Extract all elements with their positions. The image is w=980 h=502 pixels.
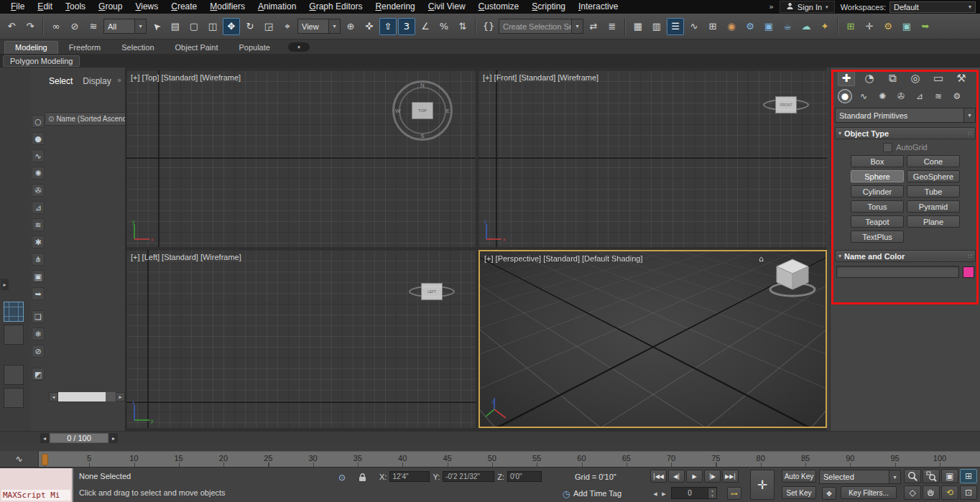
- placement-crosshair-icon[interactable]: ✛: [861, 18, 878, 35]
- viewport-perspective-active[interactable]: [+] [Perspective] [Standard] [Default Sh…: [479, 250, 827, 428]
- textplus-button[interactable]: TextPlus: [851, 231, 904, 243]
- schematic-view-icon[interactable]: ⊞: [704, 18, 721, 35]
- asset-tracking-icon[interactable]: ▣: [898, 18, 915, 35]
- time-slider-track[interactable]: ◂ 0 / 100 ▸: [0, 431, 980, 444]
- plane-button[interactable]: Plane: [907, 215, 960, 228]
- ribbon-tab-selection[interactable]: Selection: [111, 42, 164, 54]
- tube-button[interactable]: Tube: [907, 185, 960, 197]
- preferences-gear-icon[interactable]: ⚙: [879, 18, 897, 35]
- viewport-layout-tab-2[interactable]: [4, 325, 24, 345]
- selection-filter-dropdown[interactable]: All ▾: [103, 19, 147, 34]
- key-nudge-left-icon[interactable]: ◀: [651, 488, 660, 501]
- utilities-tab-icon[interactable]: ⚒: [953, 70, 970, 86]
- viewcube-front[interactable]: FRONT: [761, 89, 811, 121]
- spacewarps-category-icon[interactable]: ≋: [931, 89, 946, 103]
- scrollbar-track[interactable]: [58, 392, 116, 401]
- set-key-button[interactable]: Set Key: [782, 486, 816, 499]
- mini-curve-editor-icon[interactable]: ∿: [15, 454, 22, 464]
- toggle-layer-explorer-icon[interactable]: ▥: [648, 18, 665, 35]
- lights-category-icon[interactable]: ✺: [875, 89, 889, 103]
- viewcube-home-icon[interactable]: ⌂: [759, 254, 764, 264]
- redo-icon[interactable]: ↷: [22, 18, 39, 35]
- percent-snap-icon[interactable]: %: [435, 18, 453, 35]
- undo-icon[interactable]: ↶: [3, 18, 20, 35]
- menu-item[interactable]: Modifiers: [203, 0, 251, 14]
- viewport-label[interactable]: [+] [Front] [Standard] [Wireframe]: [483, 73, 598, 82]
- y-field[interactable]: -0'2 21/32": [443, 471, 494, 482]
- object-color-swatch[interactable]: [963, 266, 974, 278]
- maximize-viewport-toggle-icon[interactable]: ⊡: [960, 485, 977, 500]
- set-keys-big-button[interactable]: ✛: [750, 470, 775, 500]
- compass-rose[interactable]: N S W E TOP: [392, 80, 453, 141]
- autogrid-checkbox[interactable]: [883, 143, 892, 152]
- key-mode-dropdown[interactable]: Selected ▾: [819, 470, 901, 484]
- display-materials-icon[interactable]: ◩: [32, 368, 45, 381]
- material-editor-icon[interactable]: ◉: [723, 18, 740, 35]
- display-cameras-icon[interactable]: ✇: [32, 184, 45, 197]
- zoom-extents-icon[interactable]: ▣: [941, 469, 958, 483]
- primitives-category-dropdown[interactable]: Standard Primitives ▾: [835, 108, 976, 123]
- align-icon[interactable]: ≣: [604, 18, 621, 35]
- viewport-layout-tab-4[interactable]: [4, 388, 24, 408]
- ribbon-tab-freeform[interactable]: Freeform: [59, 42, 111, 54]
- time-slider-button[interactable]: 0 / 100: [50, 433, 108, 443]
- select-and-scale-icon[interactable]: ◲: [260, 18, 277, 35]
- display-spacewarps-icon[interactable]: ≋: [32, 218, 45, 231]
- display-shapes-icon[interactable]: ∿: [32, 149, 45, 162]
- add-time-tag[interactable]: Add Time Tag: [573, 489, 621, 498]
- viewport-front[interactable]: [+] [Front] [Standard] [Wireframe] FRONT…: [479, 70, 827, 247]
- tab-select[interactable]: Select: [49, 76, 73, 86]
- ruler-body[interactable]: 5101520253035404550556065707580859095100: [39, 451, 980, 467]
- bind-to-space-warp-icon[interactable]: ≋: [85, 18, 102, 35]
- menu-item[interactable]: Civil View: [422, 0, 472, 14]
- display-containers-icon[interactable]: ▣: [32, 270, 45, 283]
- previous-frame-button[interactable]: ◀|: [668, 470, 685, 483]
- rendered-frame-window-icon[interactable]: ▣: [760, 18, 777, 35]
- helpers-category-icon[interactable]: ⊿: [912, 89, 927, 103]
- viewport-label[interactable]: [+] [Perspective] [Standard] [Default Sh…: [484, 254, 642, 263]
- menu-item[interactable]: Rendering: [369, 0, 421, 14]
- pyramid-button[interactable]: Pyramid: [907, 200, 960, 213]
- create-tab-icon[interactable]: ✚: [838, 70, 855, 86]
- viewport-left[interactable]: [+] [Left] [Standard] [Wireframe] LEFT z…: [126, 250, 476, 428]
- display-groups-icon[interactable]: ❏: [32, 310, 45, 323]
- compass-west[interactable]: W: [395, 108, 401, 114]
- display-lights-icon[interactable]: ✺: [32, 167, 45, 180]
- menu-item[interactable]: Scripting: [525, 0, 572, 14]
- toggle-ribbon-icon[interactable]: ☰: [667, 18, 684, 35]
- object-name-field[interactable]: [836, 266, 959, 278]
- toggle-scene-explorer-icon[interactable]: ▦: [629, 18, 647, 35]
- systems-category-icon[interactable]: ⚙: [950, 89, 964, 103]
- menu-item[interactable]: Graph Editors: [302, 0, 369, 14]
- object-type-rollout-header[interactable]: ▾ Object Type ∷: [835, 127, 976, 139]
- next-frame-arrow[interactable]: ▸: [109, 433, 118, 443]
- current-frame-field[interactable]: 0 ▴ ▾: [671, 487, 717, 499]
- menu-item[interactable]: Tools: [59, 0, 92, 14]
- select-by-name-icon[interactable]: ▤: [167, 18, 184, 35]
- maxscript-text[interactable]: MAXScript Mi: [1, 490, 70, 501]
- viewcube-3d[interactable]: [767, 256, 818, 299]
- unlink-selection-icon[interactable]: ⊘: [66, 18, 83, 35]
- menu-item[interactable]: Create: [165, 0, 203, 14]
- modify-tab-icon[interactable]: ◔: [861, 70, 878, 86]
- scroll-left-button[interactable]: ◂: [49, 392, 58, 401]
- workspaces-dropdown[interactable]: Default ▾: [889, 1, 976, 13]
- render-setup-icon[interactable]: ⚙: [741, 18, 759, 35]
- spinner-snap-icon[interactable]: ⇅: [454, 18, 471, 35]
- menu-item[interactable]: Animation: [251, 0, 302, 14]
- select-and-rotate-icon[interactable]: ↻: [241, 18, 259, 35]
- teapot-button[interactable]: Teapot: [851, 215, 904, 228]
- display-particles-icon[interactable]: ✱: [32, 236, 45, 248]
- render-gallery-icon[interactable]: ✦: [816, 18, 833, 35]
- rectangular-selection-region-icon[interactable]: ▢: [185, 18, 203, 35]
- menu-overflow-chevron[interactable]: »: [769, 2, 774, 11]
- field-of-view-icon[interactable]: ◇: [904, 485, 921, 500]
- select-and-move-icon[interactable]: ✥: [223, 18, 240, 35]
- menu-item[interactable]: Interactive: [572, 0, 624, 14]
- selection-lock-icon[interactable]: [355, 470, 369, 483]
- menu-item[interactable]: Views: [129, 0, 165, 14]
- box-button[interactable]: Box: [851, 155, 904, 167]
- zoom-all-icon[interactable]: [923, 469, 940, 483]
- reference-coordinate-dropdown[interactable]: View ▾: [297, 19, 341, 34]
- ribbon-tab-modeling[interactable]: Modeling: [4, 41, 58, 54]
